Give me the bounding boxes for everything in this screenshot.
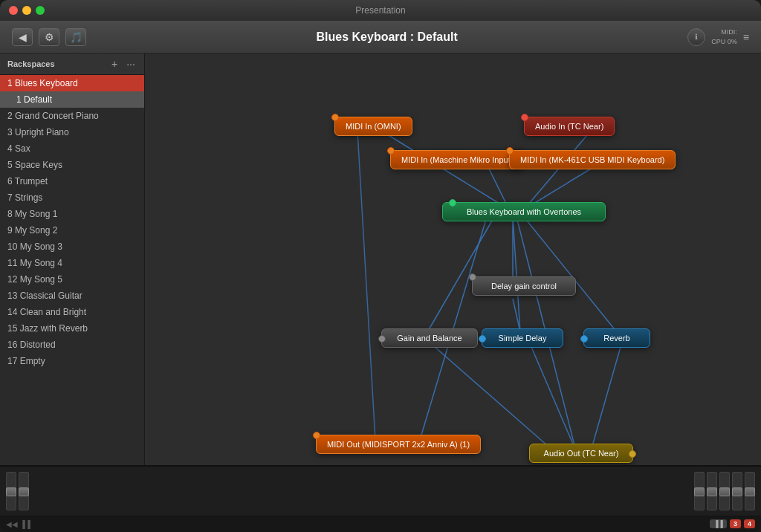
sidebar-item-label: 7 Strings <box>7 192 42 203</box>
svg-line-10 <box>513 299 520 332</box>
fader-thumb-2 <box>19 487 29 496</box>
menu-icon[interactable]: ≡ <box>743 31 749 43</box>
node-label: Delay gain control <box>491 282 557 291</box>
midi-label: MIDI: <box>711 27 737 37</box>
fader-3[interactable] <box>694 472 705 510</box>
fader-7[interactable] <box>745 472 755 510</box>
bottom-status: ◀◀ ▐▐ ▐▐ 3 4 <box>0 516 761 533</box>
sidebar-actions: + ··· <box>109 58 137 70</box>
fader-thumb-3 <box>694 487 705 496</box>
svg-line-12 <box>591 347 621 451</box>
sidebar-item-trumpet[interactable]: 6 Trumpet <box>0 173 144 189</box>
node-audio-out-tc[interactable]: Audio Out (TC Near) <box>529 444 633 463</box>
fader-1[interactable] <box>6 472 16 510</box>
fader-thumb-7 <box>745 487 755 496</box>
sidebar-item-upright-piano[interactable]: 3 Upright Piano <box>0 124 144 140</box>
svg-line-6 <box>513 217 520 332</box>
fader-thumb-5 <box>719 487 730 496</box>
fader-5[interactable] <box>719 472 730 510</box>
maximize-button[interactable] <box>36 6 45 15</box>
fader-4[interactable] <box>707 472 717 510</box>
add-rackspace-button[interactable]: + <box>109 58 120 70</box>
sidebar-item-clean-bright[interactable]: 14 Clean and Bright <box>0 304 144 320</box>
close-button[interactable] <box>9 6 18 15</box>
sidebar-item-label: 12 My Song 5 <box>7 274 62 285</box>
svg-line-1 <box>524 131 591 210</box>
node-label: Simple Delay <box>499 334 547 343</box>
svg-line-0 <box>381 131 509 210</box>
sidebar-item-mysong4[interactable]: 11 My Song 4 <box>0 255 144 271</box>
sidebar-item-label: 15 Jazz with Reverb <box>7 323 88 334</box>
header-bar: ◀ ⚙ 🎵 Blues Keyboard : Default ℹ MIDI: C… <box>0 21 761 53</box>
back-icon: ◀ <box>19 31 27 43</box>
node-label: Gain and Balance <box>397 334 462 343</box>
audio-button[interactable]: 🎵 <box>65 28 86 46</box>
node-label: MIDI Out (MIDISPORT 2x2 Anniv A) (1) <box>327 440 470 449</box>
node-midi-in-omni[interactable]: MIDI In (OMNI) <box>334 117 412 136</box>
sidebar-item-sax[interactable]: 4 Sax <box>0 140 144 157</box>
node-blues-keyboard[interactable]: Blues Keyboard with Overtones <box>442 202 606 221</box>
sidebar-item-mysong3[interactable]: 10 My Song 3 <box>0 239 144 255</box>
sidebar-item-distorted[interactable]: 16 Distorted <box>0 337 144 353</box>
settings-button[interactable]: ⚙ <box>39 28 59 46</box>
sidebar-item-label: 3 Upright Piano <box>7 127 69 137</box>
sidebar: Rackspaces + ··· 1 Blues Keyboard 1 Defa… <box>0 53 145 465</box>
node-simple-delay[interactable]: Simple Delay <box>482 328 563 348</box>
node-delay-gain[interactable]: Delay gain control <box>472 276 576 296</box>
header-left: ◀ ⚙ 🎵 <box>12 28 86 46</box>
sidebar-item-label: 9 My Song 2 <box>7 225 57 236</box>
right-fader-group <box>694 472 755 510</box>
node-reverb[interactable]: Reverb <box>583 328 650 348</box>
main-layout: Rackspaces + ··· 1 Blues Keyboard 1 Defa… <box>0 53 761 465</box>
rackspace-menu-button[interactable]: ··· <box>125 58 137 70</box>
window-title: Presentation <box>355 5 405 16</box>
status-gray-1: ▐▐ <box>710 519 727 528</box>
connections-svg <box>145 53 761 465</box>
node-gain-balance[interactable]: Gain and Balance <box>381 328 478 348</box>
bottom-controls <box>0 467 761 516</box>
svg-line-14 <box>357 131 375 440</box>
fader-thumb-6 <box>732 487 742 496</box>
titlebar: Presentation <box>0 0 761 21</box>
mic-icon: 🎵 <box>70 31 82 43</box>
status-left: ◀◀ ▐▐ <box>6 520 30 528</box>
sidebar-item-empty[interactable]: 17 Empty <box>0 353 144 369</box>
node-audio-in-tc[interactable]: Audio In (TC Near) <box>524 117 615 136</box>
sidebar-item-label: 4 Sax <box>7 143 30 154</box>
sidebar-item-grand-concert[interactable]: 2 Grand Concert Piano <box>0 108 144 124</box>
sidebar-header: Rackspaces + ··· <box>0 53 144 75</box>
node-label: Audio Out (TC Near) <box>544 449 619 458</box>
sidebar-item-default[interactable]: 1 Default <box>0 91 144 108</box>
sidebar-item-label: 11 My Song 4 <box>7 258 62 268</box>
info-icon: ℹ <box>695 33 698 41</box>
node-label: MIDI In (MK-461C USB MIDI Keyboard) <box>520 155 664 164</box>
left-fader-group <box>6 472 29 510</box>
fader-6[interactable] <box>732 472 742 510</box>
node-midi-in-mk461c[interactable]: MIDI In (MK-461C USB MIDI Keyboard) <box>509 150 676 169</box>
cpu-display: MIDI: CPU 0% <box>711 27 737 46</box>
sidebar-item-label: 8 My Song 1 <box>7 209 57 219</box>
node-midi-out[interactable]: MIDI Out (MIDISPORT 2x2 Anniv A) (1) <box>316 435 481 454</box>
header-title: Blues Keyboard : Default <box>86 30 687 44</box>
node-label: MIDI In (Maschine Mikro Input) <box>401 155 513 164</box>
sidebar-item-space-keys[interactable]: 5 Space Keys <box>0 157 144 173</box>
sidebar-item-label: 10 My Song 3 <box>7 241 62 252</box>
sidebar-item-label: 17 Empty <box>7 356 45 366</box>
back-button[interactable]: ◀ <box>12 28 33 46</box>
bottom-bar: ◀◀ ▐▐ ▐▐ 3 4 <box>0 465 761 532</box>
midi-indicator: ℹ <box>687 28 705 46</box>
minimize-button[interactable] <box>22 6 31 15</box>
node-midi-in-maschine[interactable]: MIDI In (Maschine Mikro Input) <box>390 150 524 169</box>
sidebar-item-mysong2[interactable]: 9 My Song 2 <box>0 222 144 239</box>
node-label: Blues Keyboard with Overtones <box>467 207 581 216</box>
status-pill-3: 3 <box>730 519 741 528</box>
sidebar-item-blues-keyboard[interactable]: 1 Blues Keyboard <box>0 75 144 91</box>
sidebar-item-mysong1[interactable]: 8 My Song 1 <box>0 206 144 222</box>
sidebar-item-mysong5[interactable]: 12 My Song 5 <box>0 271 144 288</box>
status-right: ▐▐ 3 4 <box>710 519 755 528</box>
fader-2[interactable] <box>19 472 29 510</box>
sidebar-item-jazz-reverb[interactable]: 15 Jazz with Reverb <box>0 320 144 337</box>
sidebar-item-strings[interactable]: 7 Strings <box>0 189 144 206</box>
sidebar-item-label: 16 Distorted <box>7 340 56 350</box>
sidebar-item-classical-guitar[interactable]: 13 Classical Guitar <box>0 288 144 304</box>
